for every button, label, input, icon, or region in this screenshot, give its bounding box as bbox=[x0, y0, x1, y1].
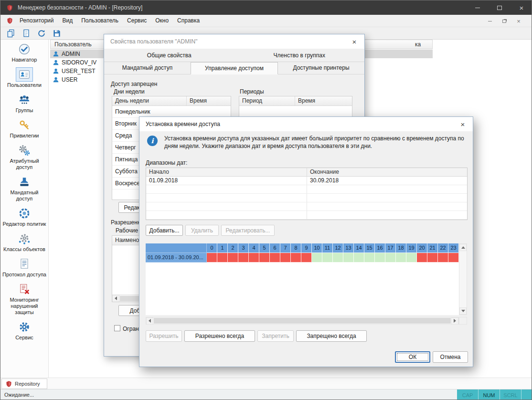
grid-cell-hour-3[interactable] bbox=[238, 253, 249, 263]
grid-row-label[interactable]: 01.09.2018 - 30.09.20... bbox=[146, 253, 207, 263]
grid-hour-header-11[interactable]: 11 bbox=[322, 243, 333, 253]
grid-hour-header-21[interactable]: 21 bbox=[427, 243, 438, 253]
deny-button[interactable]: Запретить bbox=[257, 330, 294, 342]
grid-cell-hour-16[interactable] bbox=[375, 253, 385, 263]
repository-tab[interactable]: Repository bbox=[1, 379, 47, 389]
allow-button[interactable]: Разрешить bbox=[146, 330, 182, 342]
close-icon[interactable]: × bbox=[453, 117, 473, 131]
scroll-left-icon[interactable] bbox=[112, 295, 119, 302]
mdi-minimize-icon[interactable] bbox=[483, 15, 497, 27]
grid-hour-header-1[interactable]: 1 bbox=[217, 243, 228, 253]
grid-hour-header-14[interactable]: 14 bbox=[354, 243, 364, 253]
edit-range-button[interactable]: Редактировать... bbox=[221, 225, 275, 236]
grid-hour-header-0[interactable]: 0 bbox=[207, 243, 217, 253]
grid-cell-hour-9[interactable] bbox=[301, 253, 312, 263]
grid-cell-hour-4[interactable] bbox=[249, 253, 259, 263]
grid-cell-hour-15[interactable] bbox=[364, 253, 375, 263]
menu-item-0[interactable]: Репозиторий bbox=[15, 15, 58, 27]
grid-hour-header-22[interactable]: 22 bbox=[438, 243, 448, 253]
toolbar-refresh-icon[interactable] bbox=[36, 28, 47, 39]
ok-button[interactable]: ОК bbox=[395, 351, 430, 363]
grid-horizontal-scrollbar[interactable] bbox=[146, 317, 459, 325]
menu-item-2[interactable]: Пользователь bbox=[77, 15, 123, 27]
sidebar-item[interactable]: Мандатный доступ bbox=[0, 175, 48, 202]
sidebar-item[interactable]: Протокол доступа bbox=[0, 257, 48, 278]
menu-item-5[interactable]: Справка bbox=[173, 15, 204, 27]
grid-hour-header-6[interactable]: 6 bbox=[270, 243, 280, 253]
tab-group-membership[interactable]: Членство в группах bbox=[234, 50, 365, 62]
grid-hour-header-15[interactable]: 15 bbox=[364, 243, 375, 253]
close-icon[interactable]: × bbox=[511, 0, 532, 15]
range-row-empty[interactable] bbox=[146, 202, 467, 211]
start-column-header[interactable]: Начало bbox=[146, 168, 307, 176]
grid-cell-hour-19[interactable] bbox=[406, 253, 417, 263]
mdi-close-icon[interactable]: × bbox=[511, 15, 526, 27]
scroll-up-icon[interactable] bbox=[459, 244, 467, 251]
grid-cell-hour-20[interactable] bbox=[417, 253, 427, 263]
grid-cell-hour-10[interactable] bbox=[312, 253, 322, 263]
week-col-day-header[interactable]: День недели bbox=[112, 96, 187, 105]
menu-item-4[interactable]: Окно bbox=[151, 15, 173, 27]
properties-dialog-titlebar[interactable]: Свойства пользователя "ADMIN" × bbox=[104, 34, 364, 49]
grid-hour-header-9[interactable]: 9 bbox=[301, 243, 312, 253]
range-row[interactable]: 01.09.201830.09.2018 bbox=[146, 177, 467, 185]
range-row-empty[interactable] bbox=[146, 211, 467, 220]
grid-hour-header-17[interactable]: 17 bbox=[385, 243, 396, 253]
tab-mandatory-access[interactable]: Мандатный доступ bbox=[104, 62, 191, 74]
grid-hour-header-13[interactable]: 13 bbox=[343, 243, 354, 253]
maximize-icon[interactable] bbox=[489, 0, 511, 15]
sidebar-item[interactable]: Классы объектов bbox=[0, 232, 48, 253]
grid-cell-hour-5[interactable] bbox=[259, 253, 270, 263]
week-col-time-header[interactable]: Время bbox=[187, 96, 231, 105]
grid-hour-header-3[interactable]: 3 bbox=[238, 243, 249, 253]
grid-cell-hour-14[interactable] bbox=[354, 253, 364, 263]
sidebar-item[interactable]: Группы bbox=[0, 93, 48, 114]
grid-hour-header-16[interactable]: 16 bbox=[375, 243, 385, 253]
limit-checkbox[interactable] bbox=[114, 325, 120, 331]
date-ranges-table[interactable]: Начало Окончание 01.09.201830.09.2018 bbox=[146, 168, 468, 220]
grid-cell-hour-8[interactable] bbox=[291, 253, 301, 263]
sidebar-item[interactable]: Пользователи bbox=[0, 67, 48, 88]
sidebar-item[interactable]: Редактор политик bbox=[0, 206, 48, 227]
grid-cell-hour-18[interactable] bbox=[396, 253, 406, 263]
mdi-restore-icon[interactable] bbox=[497, 15, 511, 27]
grid-vertical-scrollbar[interactable] bbox=[459, 243, 467, 315]
scroll-right-icon[interactable] bbox=[451, 317, 458, 325]
tab-general-properties[interactable]: Общие свойства bbox=[104, 50, 234, 62]
grid-cell-hour-6[interactable] bbox=[270, 253, 280, 263]
deny-always-button[interactable]: Запрещено всегда bbox=[296, 330, 367, 342]
toolbar-save-icon[interactable] bbox=[51, 28, 63, 39]
sidebar-item[interactable]: Сервис bbox=[0, 320, 48, 341]
grid-hour-header-12[interactable]: 12 bbox=[333, 243, 343, 253]
menu-item-1[interactable]: Вид bbox=[58, 15, 77, 27]
grid-cell-hour-7[interactable] bbox=[280, 253, 291, 263]
menu-item-3[interactable]: Сервис bbox=[123, 15, 151, 27]
periods-col-period-header[interactable]: Период bbox=[239, 96, 295, 105]
grid-cell-hour-22[interactable] bbox=[438, 253, 448, 263]
grid-hour-header-20[interactable]: 20 bbox=[417, 243, 427, 253]
periods-col-time-header[interactable]: Время bbox=[295, 96, 352, 105]
grid-cell-hour-12[interactable] bbox=[333, 253, 343, 263]
tab-access-control[interactable]: Управление доступом bbox=[191, 62, 278, 74]
range-row-empty[interactable] bbox=[146, 185, 467, 194]
grid-hour-header-18[interactable]: 18 bbox=[396, 243, 406, 253]
grid-cell-hour-17[interactable] bbox=[385, 253, 396, 263]
minimize-icon[interactable] bbox=[467, 0, 489, 15]
scroll-left-icon[interactable] bbox=[146, 317, 153, 325]
grid-cell-hour-11[interactable] bbox=[322, 253, 333, 263]
scroll-down-icon[interactable] bbox=[459, 307, 467, 315]
end-column-header[interactable]: Окончание bbox=[307, 168, 468, 176]
grid-cell-hour-0[interactable] bbox=[207, 253, 217, 263]
grid-cell-hour-21[interactable] bbox=[427, 253, 438, 263]
tab-available-printers[interactable]: Доступные принтеры bbox=[278, 62, 364, 74]
sidebar-item[interactable]: Атрибутный доступ bbox=[0, 143, 48, 170]
toolbar-page-icon[interactable] bbox=[21, 28, 32, 39]
cancel-button[interactable]: Отмена bbox=[433, 351, 468, 363]
sidebar-item[interactable]: Привилегии bbox=[0, 118, 48, 139]
grid-hour-header-19[interactable]: 19 bbox=[406, 243, 417, 253]
sidebar-item[interactable]: Мониторинг нарушений защиты bbox=[0, 282, 48, 316]
grid-hour-header-10[interactable]: 10 bbox=[312, 243, 322, 253]
grid-hour-header-8[interactable]: 8 bbox=[291, 243, 301, 253]
delete-range-button[interactable]: Удалить bbox=[185, 225, 219, 236]
toolbar-new-doc-icon[interactable] bbox=[5, 28, 17, 39]
